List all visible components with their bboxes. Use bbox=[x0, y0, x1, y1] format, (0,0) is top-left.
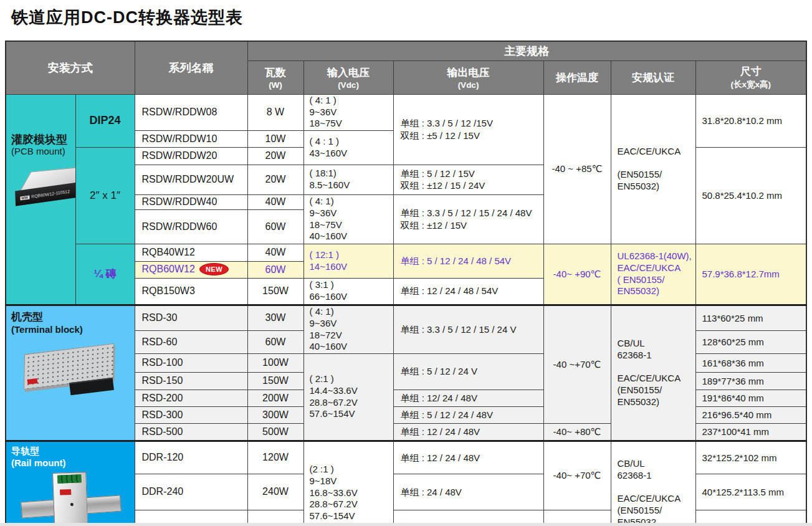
header-input-voltage: 输入电压 (Vdc) bbox=[303, 60, 393, 94]
pcb-module-part-number: RQB60W12-110512 bbox=[31, 189, 70, 199]
wattage-cell: 30W bbox=[247, 305, 303, 330]
series-cell: RSDW/RDDW20 bbox=[135, 147, 247, 165]
output-voltage-cell: 单组 : 5 / 12 / 24 / 48V bbox=[393, 406, 543, 423]
wattage-cell: 100W bbox=[247, 353, 303, 372]
header-mount: 安装方式 bbox=[6, 41, 135, 94]
wattage-cell: 20W bbox=[247, 147, 303, 165]
header-output-unit: (Vdc) bbox=[394, 80, 543, 90]
wattage-cell: 150W bbox=[247, 278, 303, 305]
input-voltage-cell: ( 4: 1) 9~36V 18~72V 40~160V bbox=[303, 305, 393, 353]
header-main-specs: 主要规格 bbox=[247, 41, 806, 60]
wattage-cell: 10W bbox=[247, 130, 303, 147]
wattage-cell: 300W bbox=[247, 406, 303, 423]
certification-cell: CB/UL 62368-1 EAC/CE/UKCA (EN50155/ EN55… bbox=[611, 441, 695, 526]
output-voltage-cell: 单组 : 5 / 12 / 24 V bbox=[393, 353, 543, 390]
subgroup-quarter-brick: ¼ 磚 bbox=[75, 244, 135, 305]
series-name: RQB60W12 bbox=[142, 264, 195, 274]
header-wattage: 瓦数 (W) bbox=[247, 60, 303, 94]
series-cell: RSDW/RDDW60 bbox=[135, 209, 247, 244]
wattage-cell: 40W bbox=[247, 244, 303, 261]
header-wattage-label: 瓦数 bbox=[248, 65, 303, 80]
group-pcb-mount-label: 灌胶模块型 bbox=[11, 133, 73, 146]
operating-temp-cell: -40~ +80℃ bbox=[543, 423, 611, 441]
operating-temp-cell: -40~ +70℃ bbox=[543, 441, 611, 510]
selection-table-page: 铁道应用DC-DC转换器选型表 安装方式 系列名稱 主要规格 瓦数 (W) 输入 bbox=[0, 0, 812, 526]
output-voltage-cell-highlight: 单组 : 5 / 12 / 24 / 48 / 54V bbox=[393, 244, 543, 278]
wattage-cell: 240W bbox=[247, 474, 303, 510]
wattage-cell: 120W bbox=[247, 441, 303, 474]
input-voltage-cell: ( 4: 1 ) 9~36V 18~75V bbox=[303, 94, 393, 130]
output-voltage-cell: 单组 : 3.3 / 5 / 12 /15V 双组 : ±5 / 12 / 15… bbox=[393, 94, 543, 165]
selection-table: 安装方式 系列名稱 主要规格 瓦数 (W) 输入电压 (Vdc) 输出电压 (V… bbox=[5, 41, 807, 526]
output-voltage-cell: 单组 : 3.3 / 5 / 12 / 15 / 24 / 48V 双组 : ±… bbox=[393, 194, 543, 244]
series-cell: RQB150W3 bbox=[135, 278, 247, 305]
input-voltage-cell: ( 4: 1) 9~36V 18~75V 40~160V bbox=[303, 194, 393, 244]
series-cell: DDR-120 bbox=[135, 441, 247, 474]
dimension-cell: 113*60*25 mm bbox=[695, 305, 806, 330]
header-certifications: 安规认证 bbox=[611, 60, 695, 94]
group-pcb-mount-label-en: (PCB mount) bbox=[11, 146, 73, 157]
output-voltage-cell: 单组 : 5 / 12 / 15V 双组 : ±12 / 15 / 24V bbox=[393, 165, 543, 194]
series-cell: RSD-30 bbox=[135, 305, 247, 330]
header-operating-temp: 操作温度 bbox=[543, 60, 611, 94]
dimension-cell: 237*100*41 mm bbox=[695, 423, 806, 441]
pcb-module-caption: MWRQB60W12-110512 bbox=[15, 189, 70, 201]
output-voltage-cell: 单组 : 12 / 24 / 48V bbox=[393, 423, 543, 441]
series-cell: RQB40W12 bbox=[135, 244, 247, 261]
header-output-voltage: 输出电压 (Vdc) bbox=[393, 60, 543, 94]
certification-cell-highlight: UL62368-1(40W), EAC/CE/UKCA ( EN50155/ E… bbox=[611, 244, 695, 305]
din-psu-body bbox=[52, 472, 88, 526]
dimension-cell: 216*96.5*40 mm bbox=[695, 406, 806, 423]
output-voltage-cell: 单组 : 12 / 24 / 48 / 54V bbox=[393, 278, 543, 305]
output-voltage-cell: 单组 : 12 / 24 / 48V bbox=[393, 441, 543, 474]
group-rail-mount-label: 导轨型 bbox=[11, 446, 132, 457]
header-input-unit: (Vdc) bbox=[304, 80, 393, 90]
wattage-cell: 20W bbox=[247, 165, 303, 194]
dimension-cell: 32*125.2*102 mm bbox=[695, 441, 806, 474]
dimension-cell: 31.8*20.8*10.2 mm bbox=[695, 94, 806, 147]
new-badge: NEW bbox=[199, 263, 229, 275]
output-voltage-cell: 单组 : 24 / 48V bbox=[393, 474, 543, 510]
mw-logo bbox=[60, 489, 71, 495]
subgroup-dip24: DIP24 bbox=[75, 94, 135, 147]
wattage-cell: 150W bbox=[247, 372, 303, 390]
pcb-module-photo: MWRQB60W12-110512 bbox=[11, 166, 75, 211]
wattage-cell: 500W bbox=[247, 423, 303, 441]
group-terminal-block-label: 机壳型 bbox=[11, 310, 132, 324]
header-series: 系列名稱 bbox=[135, 41, 247, 94]
page-bottom-edge bbox=[0, 523, 812, 526]
wattage-cell: 200W bbox=[247, 390, 303, 406]
dimension-cell: 128*60*25 mm bbox=[695, 330, 806, 353]
series-cell: RSDW/RDDW10 bbox=[135, 130, 247, 147]
input-voltage-cell: ( 18:1) 8.5~160V bbox=[303, 165, 393, 194]
series-cell: RSDW/RDDW40 bbox=[135, 194, 247, 209]
dimension-cell: 40*125.2*113.5 mm bbox=[695, 474, 806, 510]
series-cell: RSDW/RDDW20UW bbox=[135, 165, 247, 194]
input-voltage-cell: ( 3:1 ) 66~160V bbox=[303, 278, 393, 305]
header-dim-label: 尺寸 bbox=[696, 64, 806, 79]
input-voltage-cell: (2 :1 ) 9~18V 16.8~33.6V 28.8~67.2V 57.6… bbox=[303, 441, 393, 526]
wattage-cell: 60W bbox=[247, 261, 303, 278]
rail-mount-photo bbox=[19, 471, 125, 526]
series-cell: RSD-200 bbox=[135, 390, 247, 406]
mw-logo: MW bbox=[20, 195, 29, 200]
header-input-label: 输入电压 bbox=[304, 65, 393, 80]
page-title: 铁道应用DC-DC转换器选型表 bbox=[11, 6, 243, 29]
wattage-cell: 60W bbox=[247, 209, 303, 244]
series-cell: RSD-500 bbox=[135, 423, 247, 441]
wattage-cell: 60W bbox=[247, 330, 303, 353]
dimension-cell-highlight: 57.9*36.8*12.7mm bbox=[695, 244, 806, 305]
series-cell: RSD-60 bbox=[135, 330, 247, 353]
wattage-cell: 40W bbox=[247, 194, 303, 209]
group-pcb-mount-cell: 灌胶模块型 (PCB mount) MWRQB60W12-110512 bbox=[6, 94, 75, 305]
operating-temp-cell-highlight: -40~ +90℃ bbox=[543, 244, 611, 305]
output-voltage-cell: 单组 : 3.3 / 5 / 12 / 15 / 24 V bbox=[393, 305, 543, 353]
dimension-cell: 161*68*36 mm bbox=[695, 353, 806, 372]
series-cell-new-product: RQB60W12NEW bbox=[135, 261, 247, 278]
dimension-cell: 189*77*36 mm bbox=[695, 372, 806, 390]
operating-temp-cell: -40 ~ +85℃ bbox=[543, 94, 611, 244]
header-dim-unit: (长x宽x高) bbox=[696, 79, 806, 90]
header-dimensions: 尺寸 (长x宽x高) bbox=[695, 60, 806, 94]
wattage-cell: 8 W bbox=[247, 94, 303, 130]
input-voltage-cell: ( 2:1 ) 14.4~33.6V 28.8~67.2V 57.6~154V bbox=[303, 353, 393, 441]
